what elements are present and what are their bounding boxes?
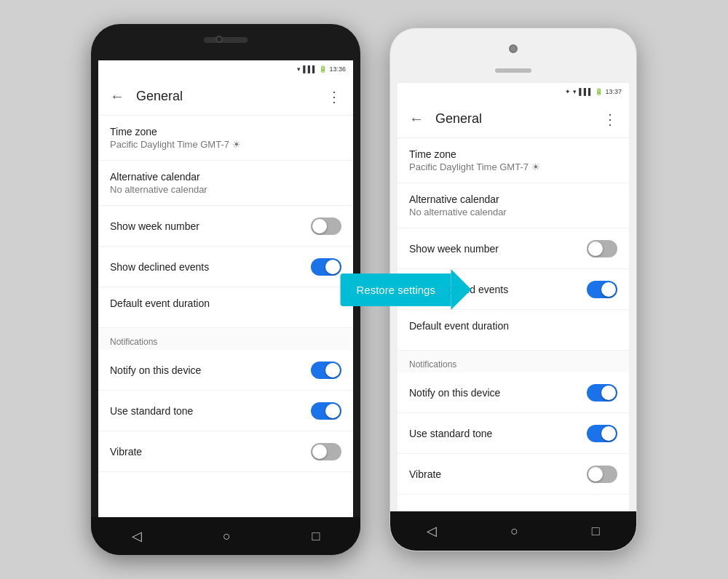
notifications-header-black: Notifications [98, 328, 353, 350]
nav-bar-white: ◁ ○ □ [390, 511, 636, 551]
weeknum-thumb-white [588, 241, 603, 256]
setting-weeknum-black[interactable]: Show week number [98, 206, 353, 247]
screen-black: ▾ ▌▌▌ 🔋 13:36 ← General ⋮ Time zone Paci… [98, 60, 353, 517]
tone-label-black: Use standard tone [110, 405, 193, 417]
setting-tone-black[interactable]: Use standard tone [98, 391, 353, 431]
page-title-black: General [136, 89, 321, 104]
signal-icon-white: ▌▌▌ [579, 88, 593, 95]
more-menu-black[interactable]: ⋮ [321, 88, 347, 105]
notifications-header-white: Notifications [397, 351, 629, 372]
battery-icon: 🔋 [319, 65, 327, 73]
declined-label-black: Show declined events [110, 261, 209, 273]
setting-timezone-white[interactable]: Time zone Pacific Daylight Time GMT-7 ☀ [397, 138, 629, 183]
app-bar-white: ← General ⋮ [397, 100, 629, 138]
restore-arrow-icon [451, 269, 472, 310]
nav-home-white[interactable]: ○ [510, 524, 518, 539]
setting-declined-black[interactable]: Show declined events [98, 247, 353, 287]
tone-label-white: Use standard tone [409, 428, 492, 439]
notify-toggle-black[interactable] [311, 362, 341, 379]
back-button-black[interactable]: ← [104, 88, 130, 105]
notify-thumb-white [601, 386, 616, 400]
speaker [204, 37, 248, 43]
timezone-value-black: Pacific Daylight Time GMT-7 ☀ [110, 139, 241, 150]
nav-home-black[interactable]: ○ [223, 529, 231, 544]
status-icons: ▾ ▌▌▌ 🔋 13:36 [297, 65, 346, 73]
setting-vibrate-white[interactable]: Vibrate [397, 454, 629, 495]
tone-thumb-black [325, 404, 340, 418]
declined-thumb-white [601, 282, 616, 297]
setting-tone-white[interactable]: Use standard tone [397, 413, 629, 454]
nav-bar-black: ◁ ○ □ [91, 517, 360, 555]
weeknum-toggle-black[interactable] [311, 217, 341, 235]
timezone-value-white: Pacific Daylight Time GMT-7 ☀ [409, 161, 540, 172]
vibrate-toggle-black[interactable] [311, 443, 341, 460]
vibrate-toggle-white[interactable] [587, 466, 617, 483]
app-bar-black: ← General ⋮ [98, 78, 353, 116]
tone-toggle-white[interactable] [587, 425, 617, 442]
tone-thumb-white [601, 426, 616, 441]
battery-icon-white: 🔋 [595, 88, 603, 95]
altcal-label-black: Alternative calendar [110, 171, 200, 183]
declined-thumb-black [325, 260, 340, 274]
scene: ▾ ▌▌▌ 🔋 13:36 ← General ⋮ Time zone Paci… [0, 0, 728, 579]
time-black: 13:36 [329, 65, 346, 73]
notify-label-black: Notify on this device [110, 364, 201, 376]
nav-recent-white[interactable]: □ [592, 524, 600, 539]
more-menu-white[interactable]: ⋮ [597, 111, 623, 128]
timezone-label-white: Time zone [409, 148, 456, 160]
timezone-label-black: Time zone [110, 126, 157, 137]
altcal-value-white: No alternative calendar [409, 207, 507, 217]
duration-label-black: Default event duration [110, 298, 210, 309]
vibrate-label-black: Vibrate [110, 446, 142, 458]
setting-vibrate-black[interactable]: Vibrate [98, 431, 353, 472]
setting-duration-white[interactable]: Default event duration [397, 310, 629, 351]
setting-altcal-white[interactable]: Alternative calendar No alternative cale… [397, 183, 629, 228]
setting-duration-black[interactable]: Default event duration [98, 287, 353, 328]
notify-toggle-white[interactable] [587, 384, 617, 402]
altcal-value-black: No alternative calendar [110, 184, 207, 195]
restore-button-label[interactable]: Restore settings [341, 273, 451, 306]
duration-label-white: Default event duration [409, 320, 509, 332]
bt-icon: ✦ [565, 88, 571, 95]
notify-thumb-black [325, 363, 340, 378]
settings-list-black: Time zone Pacific Daylight Time GMT-7 ☀ … [98, 116, 353, 517]
camera-white [509, 44, 518, 53]
nav-back-white[interactable]: ◁ [427, 523, 437, 539]
vibrate-thumb-white [588, 467, 603, 482]
phone-black: ▾ ▌▌▌ 🔋 13:36 ← General ⋮ Time zone Paci… [91, 24, 360, 555]
notify-label-white: Notify on this device [409, 387, 500, 399]
restore-settings-button[interactable]: Restore settings [341, 269, 472, 310]
altcal-label-white: Alternative calendar [409, 193, 499, 205]
wifi-icon-white: ▾ [573, 88, 577, 95]
back-button-white[interactable]: ← [403, 111, 430, 127]
signal-icon: ▌▌▌ [303, 65, 317, 73]
weeknum-label-white: Show week number [409, 243, 499, 255]
setting-timezone-black[interactable]: Time zone Pacific Daylight Time GMT-7 ☀ [98, 116, 353, 161]
nav-recent-black[interactable]: □ [312, 529, 320, 544]
vibrate-thumb-black [312, 444, 327, 459]
status-bar-white: ✦ ▾ ▌▌▌ 🔋 13:37 [397, 83, 629, 100]
weeknum-label-black: Show week number [110, 220, 199, 232]
vibrate-label-white: Vibrate [409, 468, 441, 480]
nav-back-black[interactable]: ◁ [132, 528, 142, 544]
setting-notify-black[interactable]: Notify on this device [98, 350, 353, 391]
tone-toggle-black[interactable] [311, 402, 341, 420]
page-title-white: General [435, 111, 597, 127]
speaker-white [495, 68, 531, 73]
setting-weeknum-white[interactable]: Show week number [397, 228, 629, 269]
time-white: 13:37 [605, 88, 622, 95]
weeknum-thumb-black [312, 219, 327, 233]
declined-toggle-white[interactable] [587, 281, 617, 298]
setting-altcal-black[interactable]: Alternative calendar No alternative cale… [98, 161, 353, 206]
camera [215, 36, 223, 43]
status-bar-black: ▾ ▌▌▌ 🔋 13:36 [98, 60, 353, 78]
wifi-icon: ▾ [297, 65, 301, 73]
setting-notify-white[interactable]: Notify on this device [397, 372, 629, 413]
settings-list-white: Time zone Pacific Daylight Time GMT-7 ☀ … [397, 138, 629, 511]
weeknum-toggle-white[interactable] [587, 240, 617, 257]
status-icons-white: ✦ ▾ ▌▌▌ 🔋 13:37 [565, 88, 622, 95]
declined-toggle-black[interactable] [311, 258, 341, 276]
